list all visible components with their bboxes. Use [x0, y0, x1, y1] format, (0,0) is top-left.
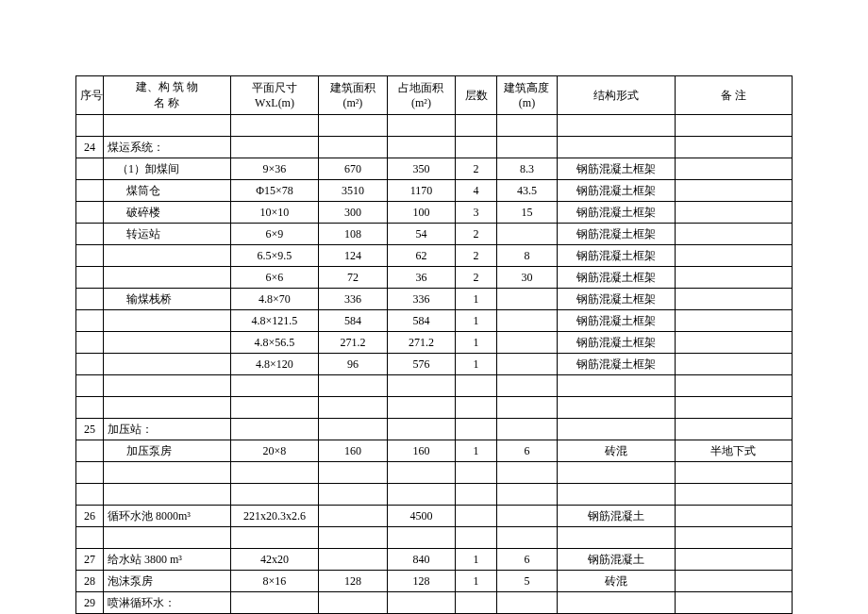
cell-land-area: 840: [387, 549, 456, 571]
header-floors: 层数: [456, 76, 497, 115]
cell-land-area: [387, 375, 456, 397]
cell-dim: 10×10: [230, 202, 318, 224]
cell-land-area: 54: [387, 224, 456, 245]
cell-dim: 42x20: [230, 549, 318, 571]
cell-floors: [456, 484, 497, 506]
cell-dim: [230, 592, 318, 614]
cell-struct: 钢筋混凝土框架: [558, 289, 675, 310]
cell-remark: [675, 527, 792, 549]
cell-name: 煤运系统：: [104, 137, 231, 158]
table-row: [76, 115, 793, 137]
cell-struct: [558, 397, 675, 419]
cell-dim: 4.8×56.5: [230, 332, 318, 354]
cell-struct: 钢筋混凝土: [558, 506, 675, 527]
cell-land-area: [387, 419, 456, 440]
cell-height: 5: [496, 571, 557, 592]
cell-seq: [76, 289, 104, 310]
cell-build-area: [319, 419, 388, 440]
header-seq: 序号: [76, 76, 104, 115]
cell-dim: [230, 462, 318, 484]
cell-dim: [230, 375, 318, 397]
cell-floors: 1: [456, 571, 497, 592]
header-dim: 平面尺寸 WxL(m): [230, 76, 318, 115]
cell-remark: [675, 484, 792, 506]
cell-struct: 钢筋混凝土框架: [558, 158, 675, 180]
cell-remark: [675, 180, 792, 202]
cell-remark: [675, 397, 792, 419]
cell-name: [104, 527, 231, 549]
table-row: 4.8×121.55845841钢筋混凝土框架: [76, 310, 793, 332]
cell-height: 6: [496, 549, 557, 571]
cell-struct: 砖混: [558, 571, 675, 592]
cell-land-area: 576: [387, 354, 456, 375]
cell-land-area: 36: [387, 267, 456, 289]
cell-height: [496, 354, 557, 375]
cell-build-area: 300: [319, 202, 388, 224]
cell-floors: 1: [456, 332, 497, 354]
cell-height: 30: [496, 267, 557, 289]
table-row: 4.8×120965761钢筋混凝土框架: [76, 354, 793, 375]
cell-remark: [675, 592, 792, 614]
cell-struct: [558, 419, 675, 440]
cell-dim: [230, 115, 318, 137]
table-row: 破碎楼10×10300100315钢筋混凝土框架: [76, 202, 793, 224]
cell-dim: 20×8: [230, 440, 318, 462]
table-row: 6×67236230钢筋混凝土框架: [76, 267, 793, 289]
cell-name: 破碎楼: [104, 202, 231, 224]
header-row: 序号 建、构 筑 物 名 称 平面尺寸 WxL(m) 建筑面积 (m²) 占地面…: [76, 76, 793, 115]
cell-seq: [76, 397, 104, 419]
cell-land-area: 336: [387, 289, 456, 310]
cell-land-area: 350: [387, 158, 456, 180]
cell-floors: 4: [456, 180, 497, 202]
cell-name: 泡沫泵房: [104, 571, 231, 592]
cell-name: [104, 310, 231, 332]
header-build-area: 建筑面积 (m²): [319, 76, 388, 115]
cell-remark: [675, 289, 792, 310]
cell-name: [104, 267, 231, 289]
cell-floors: 1: [456, 549, 497, 571]
cell-build-area: 124: [319, 245, 388, 267]
cell-build-area: [319, 115, 388, 137]
cell-seq: [76, 310, 104, 332]
cell-name: [104, 462, 231, 484]
cell-struct: 钢筋混凝土框架: [558, 224, 675, 245]
table-row: （1）卸煤间9×3667035028.3钢筋混凝土框架: [76, 158, 793, 180]
cell-struct: [558, 527, 675, 549]
table-row: 4.8×56.5271.2271.21钢筋混凝土框架: [76, 332, 793, 354]
cell-build-area: 584: [319, 310, 388, 332]
cell-dim: 9×36: [230, 158, 318, 180]
cell-height: [496, 484, 557, 506]
cell-build-area: [319, 137, 388, 158]
cell-height: [496, 462, 557, 484]
cell-remark: 半地下式: [675, 440, 792, 462]
table-row: 25加压站：: [76, 419, 793, 440]
cell-seq: [76, 375, 104, 397]
cell-name: [104, 484, 231, 506]
cell-name: 喷淋循环水：: [104, 592, 231, 614]
cell-dim: 6×9: [230, 224, 318, 245]
table-row: 29喷淋循环水：: [76, 592, 793, 614]
cell-floors: 2: [456, 158, 497, 180]
cell-name: [104, 397, 231, 419]
cell-seq: 28: [76, 571, 104, 592]
cell-land-area: [387, 397, 456, 419]
cell-floors: 1: [456, 440, 497, 462]
cell-struct: 钢筋混凝土框架: [558, 354, 675, 375]
cell-remark: [675, 506, 792, 527]
cell-height: [496, 592, 557, 614]
cell-build-area: 96: [319, 354, 388, 375]
cell-name: 加压泵房: [104, 440, 231, 462]
table-row: 24煤运系统：: [76, 137, 793, 158]
cell-struct: [558, 592, 675, 614]
table-row: 煤筒仓Φ15×7835101170443.5钢筋混凝土框架: [76, 180, 793, 202]
cell-land-area: 128: [387, 571, 456, 592]
cell-name: （1）卸煤间: [104, 158, 231, 180]
cell-floors: [456, 419, 497, 440]
cell-build-area: [319, 484, 388, 506]
cell-name: [104, 332, 231, 354]
cell-seq: [76, 267, 104, 289]
cell-height: [496, 137, 557, 158]
cell-height: [496, 310, 557, 332]
cell-struct: 钢筋混凝土框架: [558, 180, 675, 202]
cell-seq: 27: [76, 549, 104, 571]
